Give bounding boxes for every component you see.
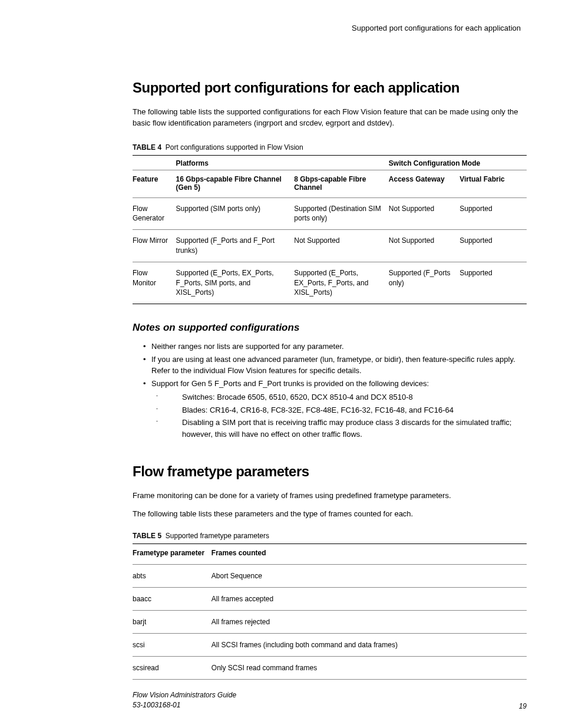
list-item: If you are using at least one advanced p…: [143, 354, 527, 377]
cell: Flow Mirror: [133, 230, 176, 262]
table4-gh-platforms: Platforms: [176, 155, 389, 170]
table5-label-text: Supported frametype parameters: [166, 532, 269, 540]
list-item: Switches: Brocade 6505, 6510, 6520, DCX …: [156, 391, 527, 403]
list-item: Support for Gen 5 F_Ports and F_Port tru…: [143, 378, 527, 390]
cell: Only SCSI read command frames: [211, 656, 527, 679]
table5-h-param: Frametype parameter: [133, 543, 211, 564]
cell: Flow Generator: [133, 197, 176, 230]
cell: scsi: [133, 633, 211, 656]
page-footer: Flow Vision Administrators Guide 53-1003…: [133, 690, 527, 710]
list-item: Blades: CR16-4, CR16-8, FC8-32E, FC8-48E…: [156, 404, 527, 416]
cell: Not Supported: [389, 197, 459, 230]
table4: Platforms Switch Configuration Mode Feat…: [133, 155, 527, 305]
notes-list: Neither ranges nor lists are supported f…: [133, 341, 527, 389]
table4-h-8g: 8 Gbps-capable Fibre Channel: [294, 170, 389, 197]
footer-docnum: 53-1003168-01: [133, 700, 236, 710]
table-row: scsi All SCSI frames (including both com…: [133, 633, 527, 656]
table5: Frametype parameter Frames counted abts …: [133, 543, 527, 680]
table5-label-strong: TABLE 5: [133, 532, 161, 540]
cell: Supported (E_Ports, EX_Ports, F_Ports, S…: [176, 262, 295, 304]
table4-h-ag: Access Gateway: [389, 170, 459, 197]
sub-notes-list: Switches: Brocade 6505, 6510, 6520, DCX …: [133, 391, 527, 440]
table4-h-feature: Feature: [133, 170, 176, 197]
footer-left: Flow Vision Administrators Guide 53-1003…: [133, 690, 236, 710]
table4-label-strong: TABLE 4: [133, 143, 161, 151]
cell: Supported (F_Ports only): [389, 262, 459, 304]
table-row: baacc All frames accepted: [133, 587, 527, 610]
cell: All frames rejected: [211, 610, 527, 633]
notes-title: Notes on supported configurations: [133, 322, 527, 334]
table4-label: TABLE 4 Port configurations supported in…: [133, 143, 527, 151]
cell: Supported: [459, 230, 527, 262]
running-header: Supported port configurations for each a…: [133, 24, 527, 32]
table5-h-frames: Frames counted: [211, 543, 527, 564]
cell: All SCSI frames (including both command …: [211, 633, 527, 656]
section2-para2: The following table lists these paramete…: [133, 509, 527, 520]
cell: Supported: [459, 262, 527, 304]
footer-page: 19: [519, 702, 527, 710]
section2-title: Flow frametype parameters: [133, 463, 527, 480]
cell: All frames accepted: [211, 587, 527, 610]
table-row: scsiread Only SCSI read command frames: [133, 656, 527, 679]
section2-para1: Frame monitoring can be done for a varie…: [133, 490, 527, 502]
table4-h-vf: Virtual Fabric: [459, 170, 527, 197]
table4-gh-switchmode: Switch Configuration Mode: [389, 155, 527, 170]
footer-guide: Flow Vision Administrators Guide: [133, 690, 236, 700]
cell: Supported (SIM ports only): [176, 197, 295, 230]
table-row: abts Abort Sequence: [133, 564, 527, 587]
cell: baacc: [133, 587, 211, 610]
table-row: Flow Mirror Supported (F_Ports and F_Por…: [133, 230, 527, 262]
cell: scsiread: [133, 656, 211, 679]
cell: Supported: [459, 197, 527, 230]
table4-empty-header: [133, 155, 176, 170]
cell: Not Supported: [294, 230, 389, 262]
list-item: Neither ranges nor lists are supported f…: [143, 341, 527, 353]
table5-label: TABLE 5 Supported frametype parameters: [133, 532, 527, 540]
cell: abts: [133, 564, 211, 587]
cell: Supported (E_Ports, EX_Ports, F_Ports, a…: [294, 262, 389, 304]
table4-h-16g: 16 Gbps-capable Fibre Channel (Gen 5): [176, 170, 295, 197]
table-row: Flow Generator Supported (SIM ports only…: [133, 197, 527, 230]
cell: Supported (Destination SIM ports only): [294, 197, 389, 230]
cell: barjt: [133, 610, 211, 633]
cell: Abort Sequence: [211, 564, 527, 587]
cell: Supported (F_Ports and F_Port trunks): [176, 230, 295, 262]
section1-intro: The following table lists the supported …: [133, 107, 527, 129]
table4-label-text: Port configurations supported in Flow Vi…: [166, 143, 303, 151]
cell: Flow Monitor: [133, 262, 176, 304]
table-row: barjt All frames rejected: [133, 610, 527, 633]
cell: Not Supported: [389, 230, 459, 262]
table-row: Flow Monitor Supported (E_Ports, EX_Port…: [133, 262, 527, 304]
section1-title: Supported port configurations for each a…: [133, 80, 527, 96]
list-item: Disabling a SIM port that is receiving t…: [156, 417, 527, 440]
